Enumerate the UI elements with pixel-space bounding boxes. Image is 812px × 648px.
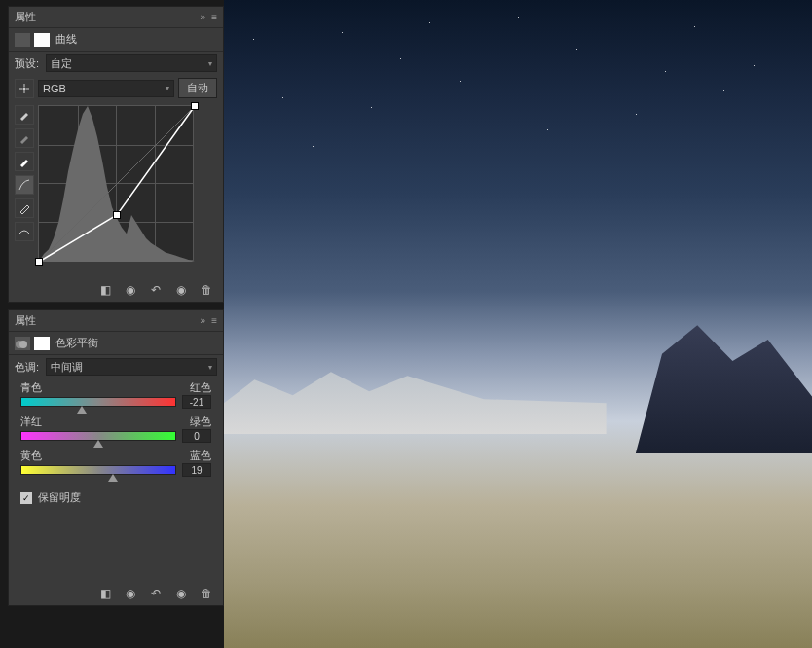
preserve-luminosity-label: 保留明度: [38, 490, 81, 505]
eyedropper-black-icon[interactable]: [15, 105, 34, 125]
eyedropper-white-icon[interactable]: [15, 152, 34, 171]
slider-value-input[interactable]: -21: [182, 395, 211, 409]
preset-row: 预设: 自定 ▾: [9, 52, 223, 75]
panel-footer: ◧ ◉ ↶ ◉ 🗑: [96, 282, 215, 298]
adjustment-type-row: 色彩平衡: [9, 332, 223, 355]
edit-points-icon[interactable]: [15, 175, 34, 195]
slider-thumb[interactable]: [77, 406, 87, 414]
smooth-icon[interactable]: [15, 222, 34, 241]
svg-point-0: [23, 87, 26, 90]
channel-row: RGB ▾ 自动: [9, 75, 223, 101]
preset-dropdown[interactable]: 自定 ▾: [46, 54, 217, 72]
reset-icon[interactable]: ↶: [147, 586, 165, 601]
curves-tool-column: [15, 105, 34, 261]
preset-value: 自定: [51, 56, 72, 71]
slider-value-input[interactable]: 0: [182, 429, 211, 443]
delete-icon[interactable]: 🗑: [198, 282, 215, 298]
slider-left-label: 洋红: [20, 414, 42, 429]
visibility-icon[interactable]: ◉: [172, 586, 190, 601]
target-adjust-icon[interactable]: [15, 79, 34, 98]
color-balance-adjustment-icon: [15, 337, 30, 350]
slider-left-label: 黄色: [20, 449, 42, 463]
tone-value: 中间调: [51, 360, 83, 375]
curve-point-handle[interactable]: [191, 102, 199, 110]
curves-editor: [9, 101, 223, 265]
curve-line: [39, 106, 195, 262]
curve-graph[interactable]: [38, 105, 194, 261]
preset-label: 预设:: [15, 56, 42, 71]
mountain-far-decoration: [224, 356, 607, 434]
panel-title: 属性: [15, 10, 201, 24]
mountain-near-decoration: [636, 311, 812, 454]
color-slider-mg: 洋红 绿色 0: [9, 413, 223, 447]
preserve-luminosity-row: ✓ 保留明度: [9, 481, 223, 515]
color-slider-cr: 青色 红色 -21: [9, 378, 223, 413]
color-slider-yb: 黄色 蓝色 19: [9, 447, 223, 481]
clip-icon[interactable]: ◧: [96, 282, 114, 298]
prev-state-icon[interactable]: ◉: [122, 586, 139, 601]
slider-thumb[interactable]: [93, 440, 103, 448]
slider-value-input[interactable]: 19: [182, 463, 211, 477]
properties-panel-color-balance: 属性 » ≡ 色彩平衡 色调: 中间调 ▾ 青色 红色 -21 洋红: [8, 309, 224, 606]
pencil-icon[interactable]: [15, 198, 34, 218]
slider-thumb[interactable]: [108, 474, 118, 482]
slider-right-label: 红色: [190, 380, 211, 395]
reset-icon[interactable]: ↶: [147, 282, 165, 298]
chevron-down-icon: ▾: [166, 84, 169, 92]
adjustment-type-row: 曲线: [9, 28, 223, 52]
adjustment-name: 色彩平衡: [55, 336, 98, 350]
panel-title: 属性: [15, 313, 201, 328]
curve-point-handle[interactable]: [35, 258, 43, 266]
properties-panel-curves: 属性 » ≡ 曲线 预设: 自定 ▾ RGB ▾ 自动: [8, 6, 224, 303]
canvas-viewport[interactable]: [224, 0, 812, 648]
slider-right-label: 绿色: [190, 414, 211, 429]
slider-track[interactable]: [20, 431, 176, 441]
panel-footer: ◧ ◉ ↶ ◉ 🗑: [96, 586, 215, 601]
layer-mask-icon: [34, 33, 50, 47]
svg-point-3: [19, 341, 27, 348]
panel-header: 属性 » ≡: [9, 310, 223, 332]
layer-mask-icon: [34, 337, 50, 350]
preserve-luminosity-checkbox[interactable]: ✓: [20, 492, 32, 504]
panel-header: 属性 » ≡: [9, 7, 223, 28]
visibility-icon[interactable]: ◉: [172, 282, 190, 298]
tone-row: 色调: 中间调 ▾: [9, 355, 223, 378]
slider-track[interactable]: [20, 465, 176, 475]
tone-label: 色调:: [15, 360, 42, 375]
curve-point-handle[interactable]: [113, 211, 121, 219]
prev-state-icon[interactable]: ◉: [122, 282, 139, 298]
channel-value: RGB: [43, 83, 66, 94]
curves-adjustment-icon: [15, 33, 30, 47]
chevron-down-icon: ▾: [208, 59, 212, 68]
collapse-icon[interactable]: »: [201, 12, 206, 22]
adjustment-name: 曲线: [55, 32, 77, 47]
channel-dropdown[interactable]: RGB ▾: [38, 80, 174, 97]
eyedropper-gray-icon[interactable]: [15, 128, 34, 148]
delete-icon[interactable]: 🗑: [198, 586, 215, 601]
clip-icon[interactable]: ◧: [96, 586, 114, 601]
auto-button[interactable]: 自动: [178, 78, 217, 98]
panel-menu-icon[interactable]: ≡: [211, 315, 217, 326]
chevron-down-icon: ▾: [208, 363, 212, 372]
tone-dropdown[interactable]: 中间调 ▾: [46, 358, 217, 376]
collapse-icon[interactable]: »: [201, 315, 206, 326]
slider-track[interactable]: [20, 397, 176, 407]
slider-right-label: 蓝色: [190, 449, 211, 463]
panel-menu-icon[interactable]: ≡: [211, 12, 217, 22]
slider-left-label: 青色: [20, 380, 42, 395]
